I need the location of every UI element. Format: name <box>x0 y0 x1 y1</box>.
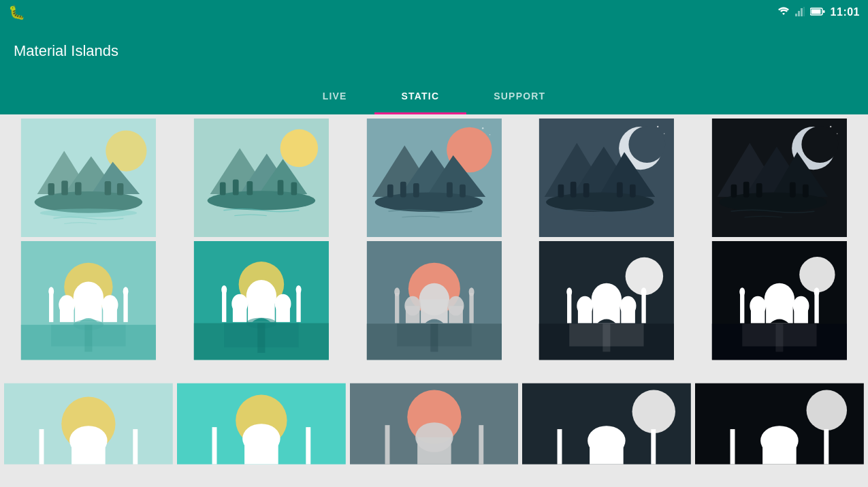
svg-rect-15 <box>75 183 82 195</box>
tab-support[interactable]: SUPPORT <box>466 78 573 114</box>
svg-rect-143 <box>751 306 765 323</box>
svg-rect-83 <box>103 305 117 322</box>
wallpaper-tajmahal-pink[interactable] <box>350 241 519 360</box>
svg-rect-99 <box>276 304 290 322</box>
svg-point-101 <box>221 285 227 294</box>
svg-rect-57 <box>583 183 590 198</box>
status-bar-right: 11:01 <box>777 6 860 18</box>
tab-bar: LIVE STATIC SUPPORT <box>0 78 868 114</box>
svg-rect-168 <box>417 437 451 465</box>
svg-point-134 <box>641 287 647 296</box>
svg-rect-58 <box>617 183 623 198</box>
svg-rect-14 <box>61 180 68 195</box>
svg-point-18 <box>40 208 138 217</box>
svg-point-46 <box>657 126 658 127</box>
svg-rect-40 <box>400 182 406 198</box>
svg-rect-164 <box>306 427 310 465</box>
svg-rect-162 <box>244 439 278 465</box>
svg-rect-113 <box>405 306 419 323</box>
svg-rect-91 <box>84 325 92 352</box>
svg-rect-1 <box>798 11 800 16</box>
svg-rect-16 <box>105 181 112 195</box>
wallpaper-island-black[interactable] <box>695 119 864 237</box>
svg-point-139 <box>799 257 835 292</box>
signal-bars-icon <box>795 7 805 18</box>
svg-rect-130 <box>622 306 636 323</box>
svg-point-32 <box>482 127 483 129</box>
wifi-icon <box>777 7 790 18</box>
bug-icon: 🐛 <box>8 4 25 20</box>
svg-point-62 <box>830 126 831 127</box>
svg-rect-146 <box>740 293 744 323</box>
wallpaper-island-mint[interactable] <box>177 119 346 237</box>
svg-rect-84 <box>49 293 53 323</box>
svg-point-63 <box>837 133 838 134</box>
wallpaper-island-light-blue[interactable] <box>4 119 173 237</box>
svg-rect-137 <box>603 324 611 352</box>
svg-rect-81 <box>60 305 74 322</box>
svg-rect-133 <box>642 293 646 323</box>
wallpaper-tajmahal-teal[interactable] <box>177 241 346 360</box>
svg-rect-75 <box>803 185 809 198</box>
wallpaper-partial-1[interactable] <box>4 364 173 483</box>
wallpaper-tajmahal-light-green[interactable] <box>4 241 173 360</box>
svg-rect-176 <box>652 429 656 465</box>
svg-rect-25 <box>220 183 226 195</box>
svg-rect-41 <box>413 183 419 198</box>
svg-rect-56 <box>570 182 577 198</box>
svg-rect-118 <box>469 293 473 323</box>
svg-rect-42 <box>447 183 453 198</box>
svg-rect-26 <box>233 180 239 195</box>
svg-rect-0 <box>795 14 797 16</box>
svg-rect-71 <box>731 185 737 198</box>
svg-rect-157 <box>39 429 44 465</box>
svg-rect-102 <box>296 291 300 322</box>
svg-rect-74 <box>790 183 796 198</box>
svg-rect-43 <box>460 185 466 198</box>
svg-rect-97 <box>233 304 247 322</box>
svg-point-87 <box>123 287 129 296</box>
svg-rect-73 <box>756 183 762 198</box>
svg-point-132 <box>567 287 573 296</box>
wallpaper-partial-4[interactable] <box>522 364 691 483</box>
svg-rect-72 <box>743 182 750 198</box>
wallpaper-partial-3[interactable] <box>350 364 519 483</box>
svg-point-119 <box>468 287 474 296</box>
svg-rect-169 <box>385 425 389 464</box>
tab-live[interactable]: LIVE <box>295 78 374 114</box>
svg-rect-170 <box>479 425 483 464</box>
svg-rect-55 <box>558 185 564 198</box>
wallpaper-partial-2[interactable] <box>177 364 346 483</box>
svg-rect-17 <box>117 183 124 195</box>
svg-point-20 <box>280 129 317 167</box>
battery-icon <box>810 7 825 18</box>
svg-rect-107 <box>257 324 265 354</box>
wallpaper-island-dark[interactable] <box>522 119 691 237</box>
svg-rect-180 <box>762 441 797 465</box>
svg-point-47 <box>664 133 665 134</box>
status-bar: 🐛 11:01 <box>0 0 868 25</box>
svg-rect-29 <box>291 183 297 195</box>
svg-point-50 <box>629 126 666 163</box>
app-title: Material Islands <box>14 42 118 60</box>
svg-point-117 <box>394 287 400 296</box>
status-bar-left: 🐛 <box>8 4 25 20</box>
svg-point-103 <box>295 285 301 294</box>
wallpaper-partial-5[interactable] <box>695 364 864 483</box>
wallpaper-island-pink[interactable] <box>350 119 519 237</box>
svg-point-147 <box>739 287 745 296</box>
svg-rect-156 <box>71 441 106 465</box>
svg-rect-86 <box>123 293 127 323</box>
time-display: 11:01 <box>831 6 860 18</box>
svg-rect-116 <box>395 293 399 323</box>
svg-rect-131 <box>567 293 571 323</box>
svg-rect-6 <box>823 10 825 13</box>
svg-rect-145 <box>794 306 808 323</box>
tab-static[interactable]: STATIC <box>374 78 467 114</box>
svg-rect-158 <box>133 429 138 465</box>
svg-rect-39 <box>387 185 393 198</box>
svg-point-66 <box>802 126 839 163</box>
svg-rect-175 <box>558 429 562 465</box>
wallpaper-tajmahal-black[interactable] <box>695 241 864 360</box>
wallpaper-tajmahal-dark[interactable] <box>522 241 691 360</box>
